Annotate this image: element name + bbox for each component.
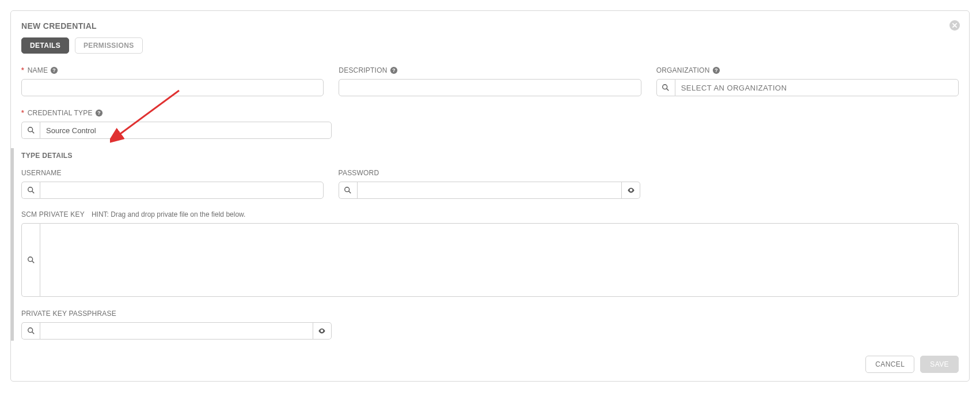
svg-point-17 bbox=[630, 190, 632, 191]
svg-line-16 bbox=[349, 191, 351, 194]
row-passphrase: PRIVATE KEY PASSPHRASE bbox=[21, 310, 959, 340]
scm-private-key-label: SCM PRIVATE KEY bbox=[21, 210, 85, 218]
help-icon[interactable]: ? bbox=[390, 66, 398, 74]
row-credentials: USERNAME PASSWORD bbox=[21, 169, 959, 199]
type-details-section: TYPE DETAILS USERNAME PASSWORD bbox=[11, 148, 959, 341]
svg-point-13 bbox=[28, 187, 32, 192]
organization-input[interactable] bbox=[675, 79, 959, 96]
eye-icon[interactable] bbox=[622, 182, 640, 199]
svg-line-21 bbox=[32, 332, 34, 334]
svg-point-15 bbox=[345, 187, 350, 192]
field-password: PASSWORD bbox=[339, 169, 641, 199]
type-details-title: TYPE DETAILS bbox=[21, 148, 959, 169]
eye-icon[interactable] bbox=[313, 322, 332, 340]
scm-private-key-group bbox=[21, 223, 959, 297]
new-credential-panel: NEW CREDENTIAL DETAILS PERMISSIONS * NAM… bbox=[10, 10, 970, 382]
svg-point-7 bbox=[663, 85, 667, 89]
tab-permissions[interactable]: PERMISSIONS bbox=[75, 37, 143, 54]
close-icon[interactable] bbox=[949, 20, 960, 31]
svg-point-11 bbox=[28, 127, 32, 132]
passphrase-lookup-button[interactable] bbox=[21, 322, 40, 340]
help-icon[interactable]: ? bbox=[712, 66, 720, 74]
svg-line-8 bbox=[667, 89, 669, 91]
svg-text:?: ? bbox=[392, 67, 395, 73]
tab-bar: DETAILS PERMISSIONS bbox=[21, 37, 959, 54]
save-button[interactable]: SAVE bbox=[920, 356, 959, 373]
field-organization: ORGANIZATION ? bbox=[656, 66, 959, 96]
svg-point-22 bbox=[321, 330, 322, 331]
username-lookup-button[interactable] bbox=[21, 182, 40, 199]
scm-key-lookup-button[interactable] bbox=[21, 223, 40, 297]
organization-label: ORGANIZATION bbox=[656, 66, 710, 74]
footer-buttons: CANCEL SAVE bbox=[21, 341, 959, 373]
credential-type-label: CREDENTIAL TYPE bbox=[28, 109, 93, 117]
svg-text:?: ? bbox=[97, 110, 100, 116]
required-marker: * bbox=[21, 109, 24, 117]
help-icon[interactable]: ? bbox=[95, 109, 103, 117]
scm-private-key-hint: HINT: Drag and drop private file on the … bbox=[92, 210, 245, 218]
username-input[interactable] bbox=[40, 182, 324, 199]
svg-text:?: ? bbox=[52, 67, 55, 73]
cancel-button[interactable]: CANCEL bbox=[865, 356, 914, 373]
required-marker: * bbox=[21, 66, 24, 74]
credential-type-lookup-button[interactable] bbox=[21, 122, 40, 139]
passphrase-label: PRIVATE KEY PASSPHRASE bbox=[21, 310, 116, 318]
row-credential-type: * CREDENTIAL TYPE ? bbox=[21, 109, 959, 139]
organization-lookup-button[interactable] bbox=[656, 79, 675, 96]
svg-text:?: ? bbox=[715, 67, 717, 73]
svg-line-12 bbox=[32, 131, 34, 134]
username-label: USERNAME bbox=[21, 169, 62, 177]
field-description: DESCRIPTION ? bbox=[339, 66, 641, 96]
svg-line-19 bbox=[32, 261, 34, 263]
field-username: USERNAME bbox=[21, 169, 324, 199]
field-credential-type: * CREDENTIAL TYPE ? bbox=[21, 109, 332, 139]
passphrase-input[interactable] bbox=[40, 322, 313, 340]
help-icon[interactable]: ? bbox=[50, 66, 58, 74]
field-name: * NAME ? bbox=[21, 66, 324, 96]
password-lookup-button[interactable] bbox=[339, 182, 357, 199]
svg-line-14 bbox=[32, 191, 34, 194]
svg-point-18 bbox=[28, 257, 32, 262]
scm-key-label-row: SCM PRIVATE KEY HINT: Drag and drop priv… bbox=[21, 210, 959, 218]
panel-title: NEW CREDENTIAL bbox=[21, 21, 959, 31]
password-input[interactable] bbox=[357, 182, 622, 199]
field-passphrase: PRIVATE KEY PASSPHRASE bbox=[21, 310, 332, 340]
row-basic: * NAME ? DESCRIPTION ? ORGANIZATION ? bbox=[21, 66, 959, 96]
credential-type-input[interactable] bbox=[40, 122, 332, 139]
name-input[interactable] bbox=[21, 79, 324, 96]
svg-point-20 bbox=[28, 328, 32, 333]
scm-private-key-textarea[interactable] bbox=[40, 223, 959, 297]
name-label: NAME bbox=[28, 66, 48, 74]
tab-details[interactable]: DETAILS bbox=[21, 37, 69, 54]
description-input[interactable] bbox=[339, 79, 641, 96]
password-label: PASSWORD bbox=[339, 169, 379, 177]
description-label: DESCRIPTION bbox=[339, 66, 387, 74]
